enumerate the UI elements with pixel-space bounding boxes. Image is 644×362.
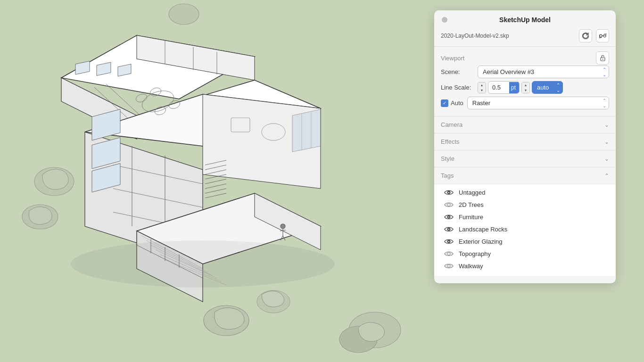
panel-header: SketchUp Model (434, 10, 616, 27)
eye-icon[interactable] (444, 213, 454, 221)
auto-checkbox-wrap: ✓ Auto (441, 99, 463, 107)
line-scale-decrement[interactable]: ▼ (478, 88, 486, 93)
svg-marker-60 (292, 109, 321, 152)
tag-label: Walkway (459, 263, 483, 270)
line-scale-unit-select[interactable]: pt px (509, 82, 519, 93)
tag-label: Landscape Rocks (459, 226, 507, 233)
effects-section: Effects ⌄ (434, 133, 616, 150)
auto-checkbox[interactable]: ✓ (441, 99, 448, 107)
eye-icon[interactable] (444, 225, 454, 233)
line-scale-label: Line Scale: (441, 84, 474, 91)
line-scale-stepper: ▲ ▼ (478, 82, 486, 93)
scene-select-wrapper: Aerial Overview #3 ⌃⌄ (478, 66, 609, 78)
line-scale-input[interactable] (488, 82, 509, 93)
tag-label: Furniture (459, 214, 483, 221)
style-title: Style (441, 155, 454, 162)
line-scale-input-wrapper: pt px (488, 81, 520, 94)
tags-title: Tags (441, 172, 454, 179)
svg-point-78 (448, 216, 450, 218)
eye-icon[interactable] (444, 201, 454, 208)
tag-item[interactable]: Furniture (434, 211, 616, 223)
svg-point-80 (448, 229, 450, 230)
tag-item[interactable]: Untagged (434, 186, 616, 198)
scene-row: Scene: Aerial Overview #3 ⌃⌄ (441, 66, 609, 78)
line-scale-row: Line Scale: ▲ ▼ pt px ▲ ▼ (441, 81, 609, 94)
scene-label: Scene: (441, 68, 474, 75)
tags-list: Untagged 2D Trees Furniture Landscape Ro… (434, 184, 616, 276)
panel-toolbar: 2020-LayOut-Model-v2.skp (434, 27, 616, 46)
auto-scale-increment[interactable]: ▲ (522, 82, 529, 88)
panel-title: SketchUp Model (499, 16, 551, 24)
tag-item[interactable]: Landscape Rocks (434, 223, 616, 235)
eye-icon[interactable] (444, 262, 454, 270)
effects-chevron: ⌄ (604, 139, 609, 145)
refresh-button[interactable] (579, 29, 592, 42)
camera-section: Camera ⌄ (434, 116, 616, 133)
panel-dot (442, 17, 447, 23)
svg-point-73 (602, 59, 603, 60)
eye-icon[interactable] (444, 250, 454, 257)
auto-scale-stepper: ▲ ▼ (521, 82, 530, 93)
eye-icon[interactable] (444, 238, 454, 245)
viewport-label: Viewport (441, 55, 464, 62)
style-chevron: ⌄ (604, 156, 609, 162)
svg-point-68 (71, 240, 335, 288)
tag-item[interactable]: Exterior Glazing (434, 235, 616, 247)
scene-select[interactable]: Aerial Overview #3 (478, 66, 609, 78)
tags-chevron: ⌃ (604, 173, 609, 179)
tag-label: Untagged (459, 189, 485, 196)
raster-wrapper: Raster Vector Hybrid ⌃⌄ (467, 97, 609, 109)
tag-item[interactable]: Walkway (434, 260, 616, 272)
tag-label: 2D Trees (459, 201, 484, 208)
effects-header[interactable]: Effects ⌄ (434, 133, 616, 150)
svg-point-82 (448, 241, 450, 242)
eye-icon[interactable] (444, 189, 454, 196)
viewport-lock-button[interactable] (596, 51, 609, 65)
tags-header[interactable]: Tags ⌃ (434, 167, 616, 184)
style-section: Style ⌄ (434, 150, 616, 167)
svg-point-83 (447, 252, 450, 255)
camera-header[interactable]: Camera ⌄ (434, 116, 616, 133)
link-button[interactable] (596, 29, 609, 42)
tag-item[interactable]: Topography (434, 247, 616, 260)
camera-chevron: ⌄ (604, 122, 609, 128)
line-scale-increment[interactable]: ▲ (478, 82, 486, 88)
file-name: 2020-LayOut-Model-v2.skp (441, 33, 575, 39)
camera-title: Camera (441, 121, 462, 128)
svg-point-55 (281, 224, 285, 229)
building-sketch (0, 0, 405, 362)
sketchup-model-panel: SketchUp Model 2020-LayOut-Model-v2.skp … (434, 10, 616, 283)
svg-point-7 (169, 4, 199, 25)
svg-point-84 (447, 264, 450, 267)
svg-point-75 (448, 192, 450, 193)
auto-raster-row: ✓ Auto Raster Vector Hybrid ⌃⌄ (441, 97, 609, 109)
tag-label: Topography (459, 250, 491, 257)
tag-label: Exterior Glazing (459, 238, 502, 245)
auto-scale-wrapper: auto 1:1 1:2 ⌃⌄ (532, 81, 563, 94)
auto-scale-select[interactable]: auto 1:1 1:2 (532, 81, 563, 94)
svg-point-76 (447, 203, 450, 206)
tag-item[interactable]: 2D Trees (434, 198, 616, 211)
viewport-section: Viewport Scene: Aerial Overview #3 ⌃⌄ Li… (434, 47, 616, 116)
style-header[interactable]: Style ⌄ (434, 150, 616, 167)
auto-checkbox-label: Auto (451, 99, 463, 107)
render-mode-select[interactable]: Raster Vector Hybrid (467, 97, 609, 109)
effects-title: Effects (441, 138, 460, 145)
tags-section: Tags ⌃ Untagged 2D Trees Furniture Lands… (434, 167, 616, 276)
auto-scale-decrement[interactable]: ▼ (522, 88, 529, 93)
